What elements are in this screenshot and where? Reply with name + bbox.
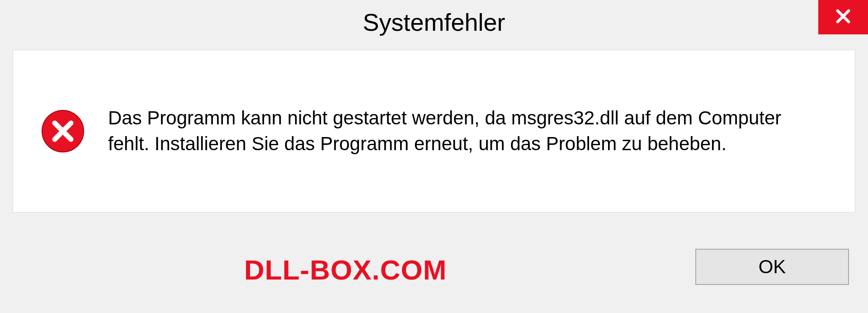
ok-button[interactable]: OK	[695, 249, 849, 285]
error-icon	[40, 109, 85, 154]
error-message-text: Das Programm kann nicht gestartet werden…	[108, 105, 828, 156]
dialog-title: Systemfehler	[363, 8, 505, 36]
error-content-panel: Das Programm kann nicht gestartet werden…	[13, 50, 855, 213]
watermark-text: DLL-BOX.COM	[244, 254, 447, 286]
close-button[interactable]	[818, 0, 868, 34]
close-icon	[834, 7, 853, 28]
